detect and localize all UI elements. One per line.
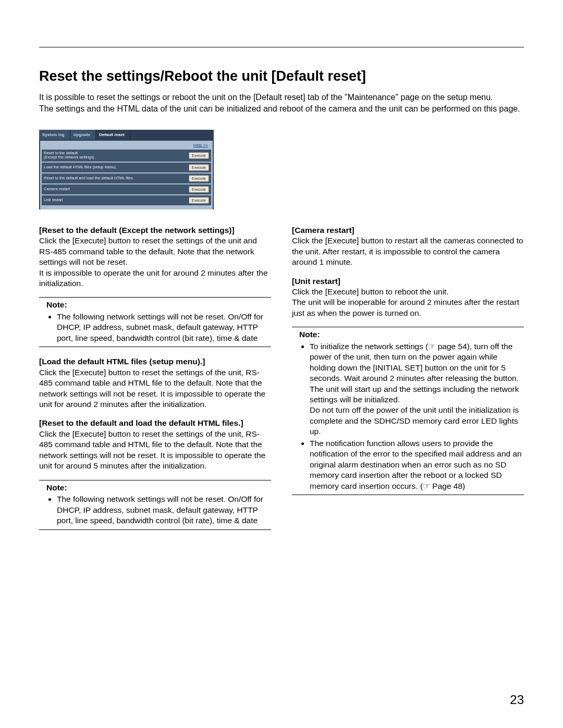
intro-text: It is possible to reset the settings or … (39, 92, 524, 114)
row-reset-default: Reset to the default(Except the network … (42, 150, 211, 162)
note-list: The following network settings will not … (39, 494, 271, 526)
top-rule (39, 47, 524, 47)
execute-button[interactable]: Execute (189, 175, 209, 182)
tab-system-log[interactable]: System log (39, 130, 70, 140)
panel-body: Help >> Reset to the default(Except the … (40, 141, 213, 209)
heading-reset-and-load: [Reset to the default and load the defau… (39, 418, 243, 427)
execute-button[interactable]: Execute (189, 164, 209, 171)
heading-camera-restart: [Camera restart] (292, 226, 354, 235)
heading-unit-restart: [Unit restart] (292, 277, 340, 286)
row-reset-and-load: Reset to the default and load the defaul… (42, 174, 211, 183)
body-camera-restart: Click the [Execute] button to restart al… (292, 236, 523, 266)
body-unit-restart: Click the [Execute] button to reboot the… (292, 287, 519, 317)
body-reset-default: Click the [Execute] button to reset the … (39, 236, 268, 288)
note-item: To initialize the network settings (☞ pa… (310, 341, 524, 437)
tab-upgrade[interactable]: Upgrade (70, 130, 96, 140)
default-reset-panel: System log Upgrade Default reset Help >>… (39, 130, 214, 209)
execute-button[interactable]: Execute (189, 186, 209, 193)
row-label: Load the default HTML files (setup menu)… (44, 165, 189, 169)
note-list: The following network settings will not … (39, 312, 271, 343)
help-link[interactable]: Help >> (42, 142, 211, 150)
right-column: [Camera restart] Click the [Execute] but… (292, 225, 524, 539)
note-label: Note: (292, 329, 524, 340)
page-title: Reset the settings/Reboot the unit [Defa… (39, 68, 524, 84)
body-reset-and-load: Click the [Execute] button to reset the … (39, 429, 265, 470)
note-label: Note: (39, 300, 271, 310)
row-load-html: Load the default HTML files (setup menu)… (42, 163, 211, 172)
divider (39, 529, 271, 530)
tab-default-reset[interactable]: Default reset (96, 130, 130, 140)
note-item: The following network settings will not … (57, 312, 271, 343)
note-label: Note: (39, 483, 271, 493)
divider (39, 297, 271, 298)
divider (292, 495, 524, 495)
row-label: Reset to the default and load the defaul… (44, 176, 189, 180)
body-load-html: Click the [Execute] button to reset the … (39, 368, 265, 409)
row-label: Reset to the default(Except the network … (44, 151, 189, 160)
divider (39, 480, 271, 480)
note-item: The notification function allows users t… (310, 438, 524, 491)
execute-button[interactable]: Execute (189, 152, 209, 159)
left-column: [Reset to the default (Except the networ… (39, 225, 271, 539)
heading-reset-default: [Reset to the default (Except the networ… (39, 226, 235, 235)
divider (39, 347, 271, 347)
row-label: Unit restart (44, 198, 189, 202)
page-number: 23 (510, 693, 524, 707)
note-list: To initialize the network settings (☞ pa… (292, 341, 524, 491)
row-camera-restart: Camera restart Execute (42, 184, 211, 194)
execute-button[interactable]: Execute (189, 197, 209, 204)
note-item: The following network settings will not … (57, 494, 271, 526)
divider (292, 327, 524, 327)
row-unit-restart: Unit restart Execute (42, 195, 211, 205)
panel-tabs: System log Upgrade Default reset (39, 130, 214, 140)
row-label: Camera restart (44, 187, 189, 191)
heading-load-html: [Load the default HTML files (setup menu… (39, 357, 205, 366)
